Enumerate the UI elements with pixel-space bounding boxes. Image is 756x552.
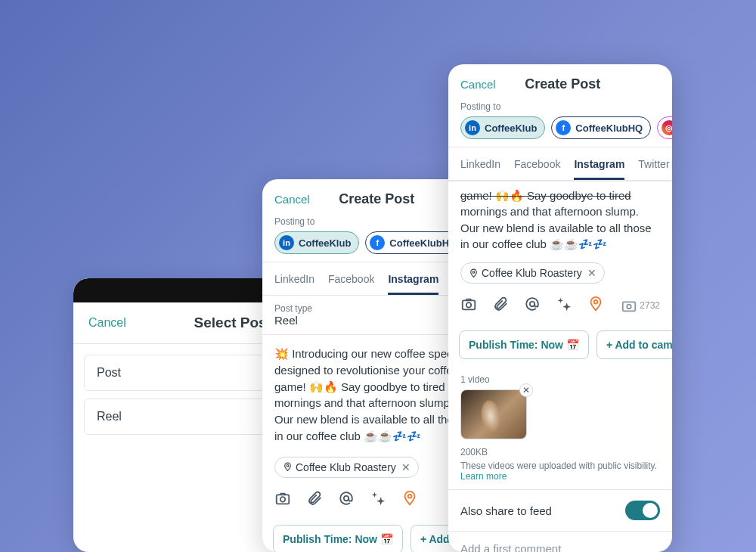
video-size-label: 200KB [460,447,660,457]
paperclip-icon[interactable] [492,296,509,315]
account-label: CoffeeKlub [299,237,351,249]
account-label: CoffeeKlubHQ [575,122,643,134]
share-to-feed-toggle[interactable] [625,501,660,520]
share-to-feed-row: Also share to feed [448,489,672,532]
ai-sparkle-icon[interactable] [370,490,386,510]
svg-point-11 [627,305,632,309]
svg-point-9 [594,300,598,304]
location-chip[interactable]: Coffee Klub Roastery ✕ [274,457,419,478]
tab-linkedin[interactable]: LinkedIn [274,267,314,295]
account-chip-facebook[interactable]: f CoffeeKlubHQ [551,116,651,139]
post-type-value: Reel [274,314,474,327]
svg-rect-6 [463,301,476,310]
camera-small-icon [621,297,637,314]
camera-icon[interactable] [274,490,291,510]
tab-twitter[interactable]: Twitter [638,152,669,180]
video-count-label: 1 video [460,374,660,385]
svg-point-2 [280,497,285,501]
first-comment-input[interactable]: Add a first comment [448,532,672,552]
camera-icon[interactable] [460,296,477,315]
add-to-campaign-button[interactable]: + Add to campaign [596,330,672,359]
facebook-icon: f [370,235,385,250]
remove-video-button[interactable]: ✕ [519,383,533,397]
svg-point-7 [466,302,471,307]
publish-time-button[interactable]: Publish Time: Now 📅 [273,525,403,553]
paperclip-icon[interactable] [306,490,323,510]
pin-icon [469,268,479,278]
network-tabs: LinkedIn Facebook Instagram Twitter [448,147,672,181]
calendar-icon: 📅 [380,533,393,545]
instagram-icon: ◎ [662,120,672,135]
page-title: Create Post [466,76,660,92]
location-icon[interactable] [587,296,604,315]
account-chip-instagram[interactable]: ◎ CoffeeK [657,116,672,139]
svg-point-8 [530,302,534,306]
calendar-icon: 📅 [566,339,579,351]
linkedin-icon: in [279,235,294,250]
publish-time-button[interactable]: Publish Time: Now 📅 [459,330,589,359]
account-chips: in CoffeeKlub f CoffeeKlubHQ ◎ CoffeeK [448,116,672,147]
create-post-card-front: Cancel Create Post Posting to in CoffeeK… [448,64,672,552]
tab-instagram[interactable]: Instagram [574,152,624,180]
mention-icon[interactable] [524,296,541,315]
svg-rect-1 [277,495,290,504]
share-to-feed-label: Also share to feed [460,504,552,517]
learn-more-link[interactable]: Learn more [460,471,507,482]
mention-icon[interactable] [338,490,355,510]
tab-facebook[interactable]: Facebook [514,152,560,180]
facebook-icon: f [556,120,571,135]
location-chip[interactable]: Coffee Klub Roastery ✕ [460,262,605,284]
posting-to-label: Posting to [448,101,672,116]
location-name: Coffee Klub Roastery [482,267,582,279]
remove-location-button[interactable]: ✕ [587,267,596,279]
tab-instagram[interactable]: Instagram [388,267,438,295]
account-chip-linkedin[interactable]: in CoffeeKlub [274,231,359,254]
publish-row: Publish Time: Now 📅 + Add to campaign [448,323,672,367]
account-label: CoffeeKlubHQ [389,237,457,249]
tab-facebook[interactable]: Facebook [328,267,374,295]
account-label: CoffeeKlub [485,122,537,134]
page-title: Create Post [280,191,474,207]
tab-linkedin[interactable]: LinkedIn [460,152,500,180]
location-name: Coffee Klub Roastery [296,461,396,473]
video-visibility-note: These videos were uploaded with public v… [460,461,660,482]
svg-rect-10 [623,302,636,312]
remove-location-button[interactable]: ✕ [401,461,411,473]
account-chip-linkedin[interactable]: in CoffeeKlub [460,116,545,139]
svg-point-4 [408,494,412,498]
video-attachment-section: 1 video ✕ 200KB These videos were upload… [448,367,672,489]
post-body[interactable]: game! 🙌🔥 Say goodbye to tired mornings a… [448,181,672,256]
header: Cancel Create Post [448,64,672,101]
video-thumbnail[interactable] [460,389,527,439]
composer-toolbar: 2732 [448,291,672,323]
svg-point-3 [344,495,349,500]
pin-icon [283,462,293,472]
svg-point-0 [287,465,289,467]
ai-sparkle-icon[interactable] [556,296,572,315]
location-icon[interactable] [401,490,418,510]
post-type-label: Post type [274,303,474,314]
character-count: 2732 [621,297,660,314]
linkedin-icon: in [465,120,480,135]
svg-point-5 [472,271,475,273]
